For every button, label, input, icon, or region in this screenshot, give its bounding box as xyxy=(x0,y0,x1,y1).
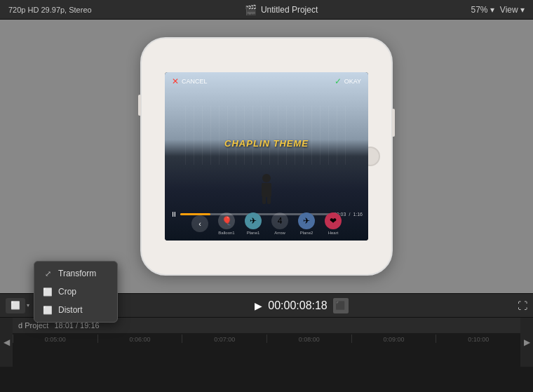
film-icon: 🎬 xyxy=(245,4,257,15)
figure-head xyxy=(262,174,271,182)
distort-icon: ⬜ xyxy=(43,305,53,315)
view-control[interactable]: View ▾ xyxy=(500,5,525,15)
crop-icon: ⬜ xyxy=(43,287,53,297)
view-dropdown-arrow: ▾ xyxy=(520,5,525,15)
fullscreen-button[interactable]: ⛶ xyxy=(518,300,527,311)
timecode-frames: 8:18 xyxy=(306,299,328,311)
heart-icon: ❤ xyxy=(325,212,342,229)
back-button[interactable]: ‹ xyxy=(191,215,208,232)
transform-dropdown-menu: ⤢ Transform ⬜ Crop ⬜ Distort xyxy=(34,261,118,323)
distort-label: Distort xyxy=(58,305,83,315)
resolution-label: 720p HD 29.97p, Stereo xyxy=(8,6,92,14)
figure-leg-left xyxy=(262,197,266,204)
timecode-display: 00:00:08:18 xyxy=(268,299,328,312)
sticker-arrow[interactable]: 4 Arrow xyxy=(271,212,288,235)
transform-label: Transform xyxy=(58,269,96,278)
ruler-marks: 0:05:00 0:06:00 0:07:00 0:08:00 0:09:00 … xyxy=(13,333,520,367)
video-top-bar: ✕ CANCEL ✓ OKAY xyxy=(165,72,368,90)
ruler-mark-0: 0:05:00 xyxy=(13,334,97,343)
plane2-icon: ✈ xyxy=(298,212,315,229)
timeline-area: ◀ d Project 18:01 / 19:16 0:05:00 0:06:0… xyxy=(0,318,533,367)
arrow-icon: 4 xyxy=(271,212,288,229)
top-bar: 720p HD 29.97p, Stereo 🎬 Untitled Projec… xyxy=(0,0,533,20)
balloon1-label: Balloon1 xyxy=(218,231,234,235)
ruler-mark-2: 0:07:00 xyxy=(182,334,266,343)
dropdown-item-distort[interactable]: ⬜ Distort xyxy=(34,301,117,319)
timecode-area: ▶ 00:00:08:18 ⬛ xyxy=(90,298,513,313)
phone-side-button-right xyxy=(392,109,395,137)
balloon1-icon: 🎈 xyxy=(218,212,235,229)
preview-area: ✕ CANCEL ✓ OKAY CHAPLIN THEME xyxy=(0,20,533,293)
okay-label: OKAY xyxy=(344,78,361,85)
timecode-prefix: 00:00:0 xyxy=(268,299,305,311)
arrow-label: Arrow xyxy=(274,231,285,235)
timeline-nav-left[interactable]: ◀ xyxy=(0,318,13,367)
person-figure xyxy=(259,174,274,202)
timeline-nav-right[interactable]: ▶ xyxy=(520,318,533,367)
plane1-label: Plane1 xyxy=(247,231,260,235)
dropdown-item-crop[interactable]: ⬜ Crop xyxy=(34,283,117,301)
figure-body xyxy=(262,183,271,197)
figure-leg-right xyxy=(267,197,271,204)
plane1-icon: ✈ xyxy=(245,212,262,229)
building-lines xyxy=(185,106,348,165)
clip-tool-dropdown[interactable]: ▾ xyxy=(27,302,29,309)
sticker-bar: ‹ 🎈 Balloon1 ✈ Plane1 4 Arrow ✈ Plane2 xyxy=(165,212,368,235)
zoom-dropdown-arrow: ▾ xyxy=(490,5,494,15)
project-title: Untitled Project xyxy=(261,5,318,15)
top-bar-controls: 57% ▾ View ▾ xyxy=(471,5,525,15)
timeline-content: d Project 18:01 / 19:16 0:05:00 0:06:00 … xyxy=(13,318,520,367)
sticker-plane1[interactable]: ✈ Plane1 xyxy=(245,212,262,235)
heart-label: Heart xyxy=(328,231,339,235)
check-icon: ✓ xyxy=(335,76,342,86)
clip-tool-button[interactable]: ⬜ xyxy=(6,298,25,313)
crop-label: Crop xyxy=(58,287,76,297)
okay-button[interactable]: ✓ OKAY xyxy=(335,76,361,86)
sticker-plane2[interactable]: ✈ Plane2 xyxy=(298,212,315,235)
sticker-heart[interactable]: ❤ Heart xyxy=(325,212,342,235)
figure-legs xyxy=(259,197,274,204)
cancel-label: CANCEL xyxy=(182,78,208,85)
chaplin-theme-text: CHAPLIN THEME xyxy=(224,137,309,148)
dropdown-item-transform[interactable]: ⤢ Transform xyxy=(34,264,117,283)
x-icon: ✕ xyxy=(172,76,179,86)
clip-tool-group: ⬜ ▾ xyxy=(6,298,29,313)
main-play-button[interactable]: ▶ xyxy=(255,300,262,311)
transform-icon: ⤢ xyxy=(43,269,53,278)
ruler-mark-1: 0:06:00 xyxy=(97,334,182,343)
project-title-area: 🎬 Untitled Project xyxy=(245,4,318,15)
insert-button[interactable]: ⬛ xyxy=(333,298,349,313)
cancel-button[interactable]: ✕ CANCEL xyxy=(172,76,208,86)
ruler-mark-4: 0:09:00 xyxy=(351,334,436,343)
timeline-ruler[interactable]: 0:05:00 0:06:00 0:07:00 0:08:00 0:09:00 … xyxy=(13,333,520,367)
phone-screen: ✕ CANCEL ✓ OKAY CHAPLIN THEME xyxy=(165,72,368,241)
plane2-label: Plane2 xyxy=(300,231,313,235)
sticker-balloon1[interactable]: 🎈 Balloon1 xyxy=(218,212,235,235)
zoom-control[interactable]: 57% ▾ xyxy=(471,5,494,15)
ruler-mark-5: 0:10:00 xyxy=(436,334,520,343)
ruler-mark-3: 0:08:00 xyxy=(266,334,351,343)
phone-side-button-left xyxy=(138,95,141,116)
phone-mockup: ✕ CANCEL ✓ OKAY CHAPLIN THEME xyxy=(140,37,393,276)
